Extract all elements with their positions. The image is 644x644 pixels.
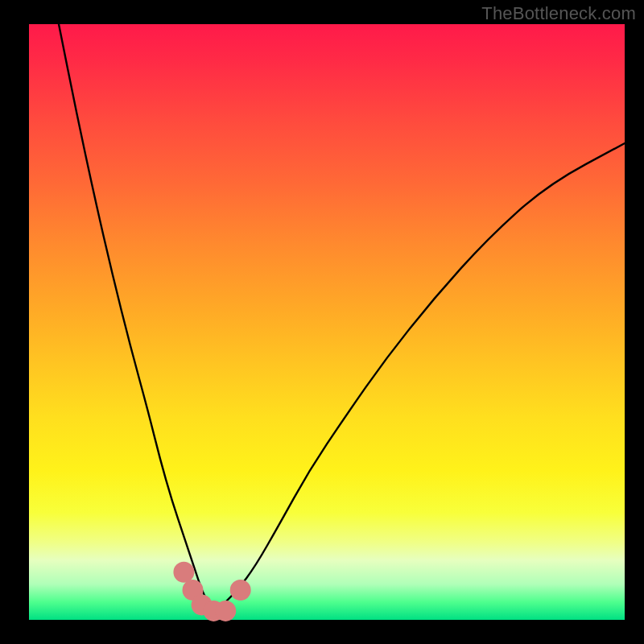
curve-marker — [173, 562, 194, 583]
chart-svg — [0, 0, 644, 644]
bottleneck-curve-path — [59, 24, 625, 608]
curve-marker — [215, 601, 236, 621]
curve-markers — [173, 562, 250, 621]
bottleneck-curve — [59, 24, 625, 608]
chart-frame: TheBottleneck.com — [0, 0, 644, 644]
curve-marker — [230, 580, 251, 601]
watermark-text: TheBottleneck.com — [481, 3, 636, 24]
